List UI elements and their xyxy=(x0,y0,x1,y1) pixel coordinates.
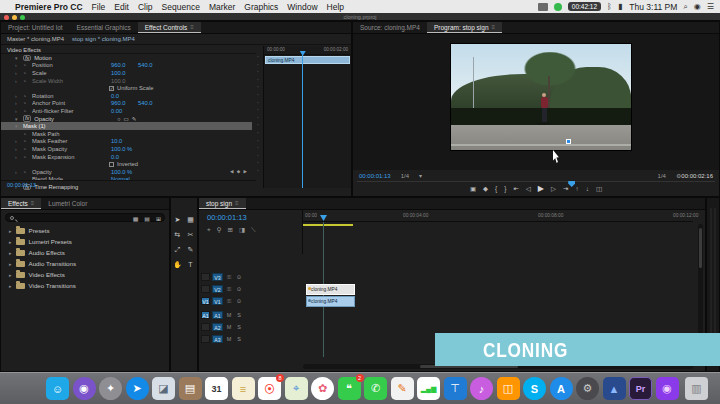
timeline-ruler[interactable]: 00:00 00:00:04:00 00:00:08:00 00:00:12:0… xyxy=(303,210,693,222)
selection-tool[interactable]: ➤ xyxy=(175,216,181,224)
effect-controls-timeline[interactable]: 00:00:00 00:00:02:00 cloning.MP4 xyxy=(263,46,351,188)
property-anti-flicker[interactable]: ›◔Anti-flicker Filter0.00 xyxy=(1,107,256,115)
property-anchor-point[interactable]: ›◔Anchor Point960.0540.0 xyxy=(1,100,256,108)
track-target-v1[interactable]: V1 xyxy=(212,297,223,305)
track-header-a2[interactable]: A2MS xyxy=(201,322,301,333)
panel-menu-icon[interactable]: ≡ xyxy=(190,24,194,30)
folder-video-transitions[interactable]: ▸Video Transitions xyxy=(1,280,169,291)
folder-video-effects[interactable]: ▸Video Effects xyxy=(1,269,169,280)
mute-button[interactable]: M xyxy=(225,324,233,330)
export-frame-button[interactable]: ◫ xyxy=(596,185,602,193)
type-tool[interactable]: T xyxy=(188,261,192,269)
battery-icon[interactable]: ▮ xyxy=(618,2,622,11)
track-header-v2[interactable]: V2⚿⊙ xyxy=(201,284,301,295)
track-target-v3[interactable]: V3 xyxy=(212,273,223,281)
property-rotation[interactable]: ›◔Rotation0.0 xyxy=(1,92,256,100)
dock-skype[interactable]: S xyxy=(523,377,546,400)
property-position[interactable]: ›◔Position960.0540.0 xyxy=(1,62,256,70)
dock-messages[interactable]: ❝2 xyxy=(338,377,361,400)
tab-sequence-stop-sign[interactable]: stop sign≡ xyxy=(199,198,246,209)
solo-button[interactable]: S xyxy=(235,324,243,330)
pen-tool[interactable]: ✎ xyxy=(188,246,194,254)
mark-out-button[interactable]: } xyxy=(504,185,506,192)
mask-handle[interactable] xyxy=(566,139,571,144)
dock-notes[interactable]: ≡ xyxy=(232,377,255,400)
menu-window[interactable]: Window xyxy=(287,2,317,12)
dock-photos[interactable]: ✿ xyxy=(311,377,334,400)
dock-preview[interactable]: ◪ xyxy=(152,377,175,400)
tab-source-monitor[interactable]: Source: cloning.MP4 xyxy=(353,22,427,33)
folder-audio-effects[interactable]: ▸Audio Effects xyxy=(1,247,169,258)
ellipse-mask-icon[interactable]: ○ xyxy=(117,116,120,122)
track-header-a3[interactable]: A3MS xyxy=(201,334,301,345)
source-patch-v3[interactable] xyxy=(201,273,210,281)
timeline-timecode[interactable]: 00:00:01:13 xyxy=(199,210,302,222)
track-header-v3[interactable]: V3⚿⊙ xyxy=(201,272,301,283)
tab-program-monitor[interactable]: Program: stop sign≡ xyxy=(427,22,502,33)
property-scale[interactable]: ›◔Scale100.0 xyxy=(1,69,256,77)
tab-project[interactable]: Project: Untitled lot xyxy=(1,22,70,33)
slip-tool[interactable]: ⤢ xyxy=(175,246,181,254)
dock-reminders[interactable]: ⦿8 xyxy=(258,377,281,400)
play-button[interactable]: ▶ xyxy=(538,184,544,193)
source-patch-a3[interactable] xyxy=(201,335,210,343)
dock-books[interactable]: ◫ xyxy=(497,377,520,400)
track-select-tool[interactable]: ▦ xyxy=(187,216,194,224)
add-marker-button[interactable]: ◆ xyxy=(483,185,488,193)
rect-mask-icon[interactable]: ▭ xyxy=(124,116,129,122)
menu-graphics[interactable]: Graphics xyxy=(244,2,278,12)
lock-icon[interactable]: ⚿ xyxy=(225,298,233,305)
checkbox-inverted[interactable]: Inverted xyxy=(1,160,256,168)
mute-button[interactable]: M xyxy=(225,336,233,342)
effect-controls-clip-bar[interactable]: cloning.MP4 xyxy=(265,56,350,64)
timeline-clip[interactable]: cloning.MP4 xyxy=(306,296,355,307)
dock-launchpad[interactable]: ✦ xyxy=(99,377,122,400)
effect-controls-ruler[interactable]: 00:00:00 00:00:02:00 xyxy=(264,46,351,55)
dock-system-preferences[interactable]: ⚙ xyxy=(576,377,599,400)
tab-effects[interactable]: Effects≡ xyxy=(1,198,41,209)
mark-in-button[interactable]: { xyxy=(495,185,497,192)
solo-button[interactable]: S xyxy=(235,312,243,318)
dock-pages[interactable]: ✎ xyxy=(391,377,414,400)
recording-status-icon[interactable] xyxy=(554,3,562,11)
step-back-button[interactable]: ◁ xyxy=(526,185,531,193)
eye-icon[interactable]: ⊙ xyxy=(235,298,243,304)
track-target-a1[interactable]: A1 xyxy=(212,311,223,319)
timeline-display-settings-icon[interactable]: ◨ xyxy=(239,226,245,234)
track-header-a1[interactable]: A1A1MS xyxy=(201,310,301,321)
keyframe-navigator[interactable]: ◀ ◆ ▶ xyxy=(230,169,248,174)
menu-sequence[interactable]: Sequence xyxy=(162,2,200,12)
dock-keynote[interactable]: ⊤ xyxy=(444,377,467,400)
menu-edit[interactable]: Edit xyxy=(114,2,129,12)
checkbox-uniform-scale[interactable]: ✓Uniform Scale xyxy=(1,84,256,92)
eye-icon[interactable]: ⊙ xyxy=(235,286,243,292)
nest-toggle-icon[interactable]: ⟍ xyxy=(251,226,256,234)
timeline-clip-selected[interactable]: cloning.MP4 xyxy=(306,284,355,295)
effect-opacity-header[interactable]: ▾fxOpacity○▭✎ xyxy=(1,115,256,123)
delete-bin-icon[interactable]: ⊞ xyxy=(156,215,161,222)
sequence-clip-name[interactable]: stop sign * cloning.MP4 xyxy=(72,36,135,42)
menu-file[interactable]: File xyxy=(92,2,106,12)
source-patch-v2[interactable] xyxy=(201,285,210,293)
dock-finder[interactable]: ☺ xyxy=(46,377,69,400)
mask-1-row[interactable]: ▾Mask (1) xyxy=(1,122,252,130)
menu-clip[interactable]: Clip xyxy=(138,2,153,12)
menu-help[interactable]: Help xyxy=(327,2,344,12)
pen-mask-icon[interactable]: ✎ xyxy=(132,116,137,122)
menu-marker[interactable]: Marker xyxy=(209,2,235,12)
effect-motion-header[interactable]: ▾fxMotion xyxy=(1,54,256,62)
settings-button[interactable]: ▣ xyxy=(470,185,476,193)
dock-photo-booth[interactable]: ◉ xyxy=(656,377,679,400)
uniform-scale-checkbox[interactable]: ✓ xyxy=(109,86,114,91)
menu-bar-clock[interactable]: Thu 3:11 PM xyxy=(629,2,677,12)
source-patch-v1[interactable]: V1 xyxy=(201,297,210,305)
dock-maps[interactable]: ⌖ xyxy=(285,377,308,400)
property-mask-feather[interactable]: ›◔Mask Feather10.0 xyxy=(1,138,256,146)
property-mask-path[interactable]: ◔Mask Path xyxy=(1,130,256,138)
folder-audio-transitions[interactable]: ▸Audio Transitions xyxy=(1,258,169,269)
lock-icon[interactable]: ⚿ xyxy=(225,286,233,293)
program-current-timecode[interactable]: 00:00:01:13 xyxy=(359,173,391,179)
property-scale-width[interactable]: ›◔Scale Width100.0 xyxy=(1,77,256,85)
add-marker-icon[interactable]: ⊞ xyxy=(227,226,232,234)
app-menu-title[interactable]: Premiere Pro CC xyxy=(15,2,83,12)
